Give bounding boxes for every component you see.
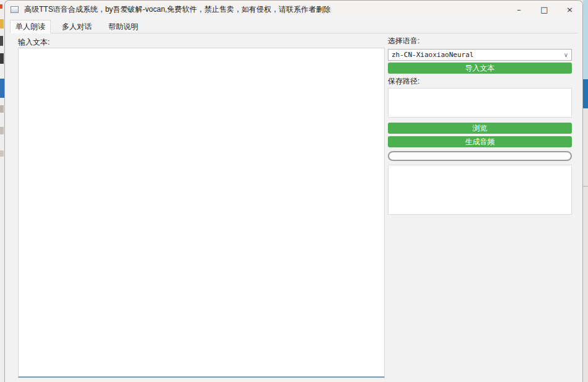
import-text-button[interactable]: 导入文本 bbox=[388, 63, 572, 74]
background-fragment bbox=[0, 150, 4, 157]
background-fragment bbox=[583, 0, 588, 79]
tab-single-read[interactable]: 单人朗读 bbox=[10, 20, 51, 33]
background-right-strip bbox=[583, 0, 588, 382]
background-left-strip bbox=[0, 0, 4, 382]
background-fragment bbox=[0, 127, 4, 134]
background-fragment bbox=[583, 79, 588, 108]
input-textarea[interactable] bbox=[18, 48, 385, 378]
progress-bar bbox=[388, 151, 572, 161]
save-path-textarea[interactable] bbox=[388, 88, 572, 118]
save-path-label: 保存路径: bbox=[388, 76, 572, 87]
app-window: 高级TTS语音合成系统，by吾爱破解-vocan,免费软件，禁止售卖，如有侵权，… bbox=[4, 0, 583, 382]
generate-audio-button[interactable]: 生成音频 bbox=[388, 136, 572, 147]
voice-select-value: zh-CN-XiaoxiaoNeural bbox=[392, 51, 473, 59]
voice-select[interactable]: zh-CN-XiaoxiaoNeural ∨ bbox=[388, 49, 572, 61]
tab-help[interactable]: 帮助说明 bbox=[103, 20, 144, 33]
background-fragment bbox=[0, 19, 4, 28]
window-controls: – □ × bbox=[506, 1, 582, 19]
minimize-button[interactable]: – bbox=[506, 1, 532, 19]
voice-select-label: 选择语音: bbox=[388, 36, 572, 46]
background-fragment bbox=[583, 186, 588, 187]
tab-bar: 单人朗读 多人对话 帮助说明 bbox=[10, 19, 577, 33]
app-icon bbox=[11, 6, 19, 13]
status-output bbox=[388, 165, 572, 215]
maximize-button[interactable]: □ bbox=[532, 1, 557, 19]
background-fragment bbox=[0, 79, 4, 98]
chevron-down-icon: ∨ bbox=[564, 51, 568, 58]
background-fragment bbox=[0, 36, 3, 46]
background-fragment bbox=[0, 105, 4, 113]
browse-button[interactable]: 浏览 bbox=[388, 123, 572, 134]
input-text-label: 输入文本: bbox=[18, 37, 50, 48]
background-fragment bbox=[0, 53, 4, 64]
right-panel: 选择语音: zh-CN-XiaoxiaoNeural ∨ 导入文本 保存路径: … bbox=[388, 36, 572, 215]
close-button[interactable]: × bbox=[557, 1, 582, 19]
background-fragment bbox=[0, 4, 2, 9]
titlebar: 高级TTS语音合成系统，by吾爱破解-vocan,免费软件，禁止售卖，如有侵权，… bbox=[5, 1, 582, 19]
tab-multi-dialog[interactable]: 多人对话 bbox=[56, 20, 97, 33]
window-title: 高级TTS语音合成系统，by吾爱破解-vocan,免费软件，禁止售卖，如有侵权，… bbox=[24, 4, 331, 15]
